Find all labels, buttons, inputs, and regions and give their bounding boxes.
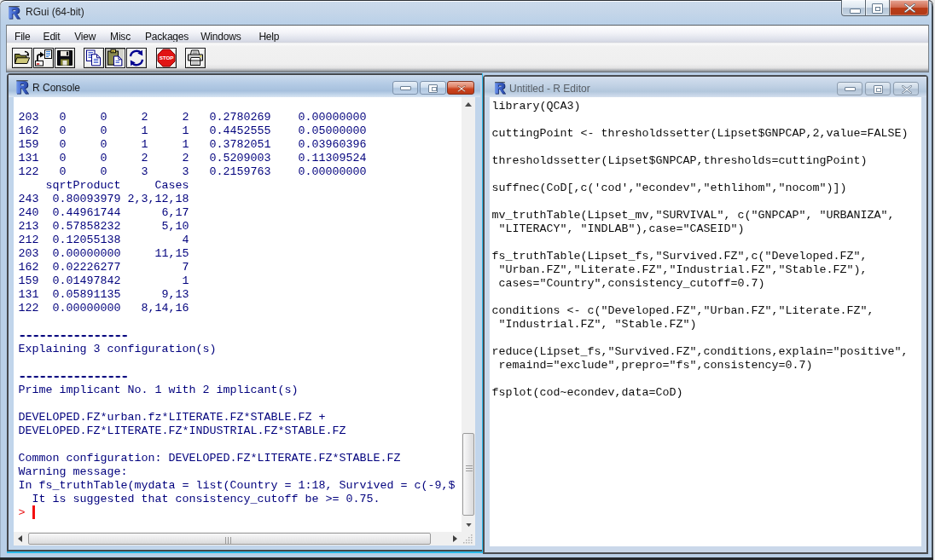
svg-text:STOP: STOP [159,55,173,61]
